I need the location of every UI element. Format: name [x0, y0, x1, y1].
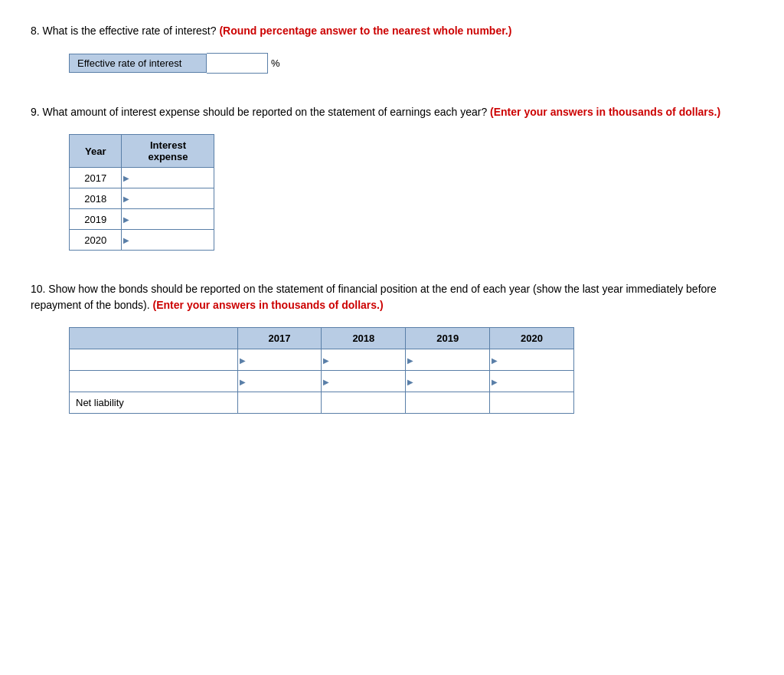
bonds-table-2019-header: 2019	[406, 328, 490, 349]
q8-number: 8.	[31, 25, 40, 37]
bonds-net-2018-cell	[322, 392, 406, 414]
bonds-row2-2018-cell	[322, 371, 406, 392]
table-row: 2019	[70, 209, 214, 230]
bonds-net-2018-input[interactable]	[322, 393, 405, 413]
bonds-table-2017-header: 2017	[237, 328, 322, 349]
q8-text: What is the effective rate of interest?	[43, 25, 217, 37]
table-row: 2018	[70, 188, 214, 209]
bonds-row1-2018-input[interactable]	[322, 350, 405, 370]
effective-rate-row: Effective rate of interest %	[69, 53, 753, 74]
bonds-row1-2020-input[interactable]	[490, 350, 573, 370]
bonds-row2-2019-input[interactable]	[406, 372, 489, 392]
bonds-row2-2018-input[interactable]	[322, 372, 405, 392]
bonds-row2-2020-cell	[490, 371, 574, 392]
interest-expense-table: Year Interestexpense 2017 2018 2019	[69, 134, 214, 251]
bonds-row2-label	[70, 371, 238, 392]
bonds-row1-2020-cell	[490, 349, 574, 371]
effective-rate-label: Effective rate of interest	[69, 54, 207, 73]
question-9: 9. What amount of interest expense shoul…	[31, 104, 753, 251]
q10-question-text: 10. Show how the bonds should be reporte…	[31, 281, 753, 313]
bonds-table-empty-header	[70, 328, 238, 349]
bonds-net-2019-input[interactable]	[406, 393, 489, 413]
bonds-table-header-row: 2017 2018 2019 2020	[70, 328, 574, 349]
bonds-row2-2019-cell	[406, 371, 490, 392]
bonds-row2-2017-input[interactable]	[238, 372, 322, 392]
interest-table-year-header: Year	[70, 135, 122, 168]
bonds-net-2020-cell	[490, 392, 574, 414]
question-8: 8. What is the effective rate of interes…	[31, 23, 753, 74]
rate-unit: %	[271, 57, 280, 69]
bonds-row1-label	[70, 349, 238, 371]
year-2017: 2017	[70, 168, 122, 188]
interest-2017-cell	[122, 168, 214, 188]
bonds-row1-2017-input[interactable]	[238, 350, 322, 370]
q8-highlight: (Round percentage answer to the nearest …	[219, 25, 511, 37]
q9-question-text: 9. What amount of interest expense shoul…	[31, 104, 753, 120]
bonds-table: 2017 2018 2019 2020	[69, 327, 574, 414]
table-row	[70, 349, 574, 371]
q9-text: What amount of interest expense should b…	[43, 106, 488, 118]
bonds-net-liability-label: Net liability	[70, 392, 238, 414]
interest-table-expense-header: Interestexpense	[122, 135, 214, 168]
bonds-row2-2020-input[interactable]	[490, 372, 573, 392]
interest-2020-cell	[122, 230, 214, 251]
interest-2017-input[interactable]	[122, 168, 214, 188]
q9-number: 9.	[31, 106, 40, 118]
table-row: 2020	[70, 230, 214, 251]
q9-highlight: (Enter your answers in thousands of doll…	[490, 106, 720, 118]
bonds-net-2019-cell	[406, 392, 490, 414]
q10-highlight: (Enter your answers in thousands of doll…	[153, 299, 384, 311]
year-2018: 2018	[70, 188, 122, 209]
bonds-row1-2019-input[interactable]	[406, 350, 489, 370]
interest-2018-cell	[122, 188, 214, 209]
effective-rate-input[interactable]	[207, 53, 268, 74]
interest-2019-input[interactable]	[122, 209, 214, 229]
year-2019: 2019	[70, 209, 122, 230]
bonds-net-2017-input[interactable]	[238, 393, 322, 413]
table-row: 2017	[70, 168, 214, 188]
table-row	[70, 371, 574, 392]
bonds-net-2017-cell	[237, 392, 322, 414]
interest-2019-cell	[122, 209, 214, 230]
bonds-row1-2019-cell	[406, 349, 490, 371]
year-2020: 2020	[70, 230, 122, 251]
bonds-table-2018-header: 2018	[322, 328, 406, 349]
bonds-row2-2017-cell	[237, 371, 322, 392]
question-10: 10. Show how the bonds should be reporte…	[31, 281, 753, 414]
bonds-net-2020-input[interactable]	[490, 393, 573, 413]
bonds-row1-2017-cell	[237, 349, 322, 371]
q8-question-text: 8. What is the effective rate of interes…	[31, 23, 753, 39]
interest-2020-input[interactable]	[122, 230, 214, 250]
bonds-table-2020-header: 2020	[490, 328, 574, 349]
bonds-row1-2018-cell	[322, 349, 406, 371]
table-row: Net liability	[70, 392, 574, 414]
q10-number: 10.	[31, 283, 45, 295]
interest-2018-input[interactable]	[122, 188, 214, 208]
